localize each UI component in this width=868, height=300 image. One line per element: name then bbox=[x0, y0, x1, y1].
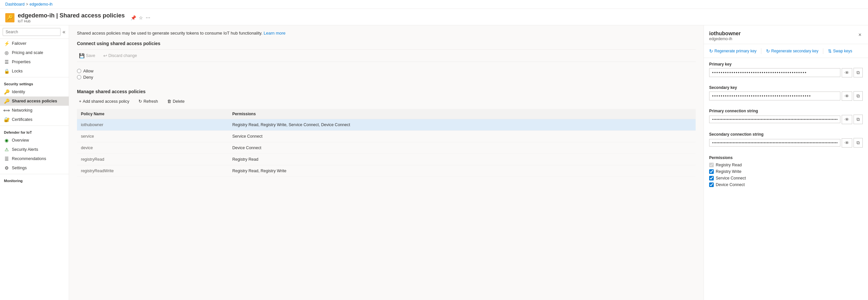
sidebar-label-overview: Overview bbox=[12, 138, 29, 143]
table-row[interactable]: registryRead Registry Read bbox=[77, 154, 696, 165]
policy-permissions-cell: Registry Read bbox=[228, 154, 696, 165]
policy-permissions-cell: Device Connect bbox=[228, 142, 696, 154]
identity-icon: 🔑 bbox=[4, 89, 9, 94]
primary-conn-show-button[interactable]: 👁 bbox=[842, 115, 852, 124]
regen-primary-button[interactable]: ↻ Regenerate primary key bbox=[709, 48, 756, 54]
primary-key-group: Primary key 👁 ⧉ bbox=[704, 58, 868, 81]
right-panel-header: iothubowner edgedemo-ih × bbox=[704, 25, 868, 44]
table-row[interactable]: device Device Connect bbox=[77, 142, 696, 154]
perm-item-service-connect: Service Connect bbox=[709, 176, 863, 181]
primary-key-input[interactable] bbox=[709, 68, 840, 77]
policy-name-cell: registryRead bbox=[77, 154, 228, 165]
secondary-conn-input[interactable] bbox=[709, 139, 840, 146]
discard-button[interactable]: ↩ Discard change bbox=[101, 52, 139, 60]
shared-access-icon: 🔑 bbox=[4, 99, 9, 104]
search-input[interactable] bbox=[3, 28, 61, 36]
sidebar-item-security-alerts[interactable]: ⚠ Security Alerts bbox=[0, 145, 69, 154]
collapse-btn[interactable]: « bbox=[62, 28, 66, 35]
pin-icon[interactable]: 📌 bbox=[131, 15, 136, 21]
policy-name-cell: registryReadWrite bbox=[77, 165, 228, 177]
security-alerts-icon: ⚠ bbox=[4, 147, 9, 152]
sidebar-item-identity[interactable]: 🔑 Identity bbox=[0, 87, 69, 97]
policy-table: Policy Name Permissions iothubowner Regi… bbox=[77, 109, 696, 177]
policy-permissions-cell: Registry Read, Registry Write, Service C… bbox=[228, 119, 696, 131]
policy-name-cell: device bbox=[77, 142, 228, 154]
divider-defender bbox=[0, 126, 69, 126]
secondary-key-group: Secondary key 👁 ⧉ bbox=[704, 81, 868, 105]
delete-button[interactable]: 🗑 Delete bbox=[165, 98, 186, 105]
hub-icon: 🔑 bbox=[5, 13, 14, 22]
sidebar: « ⚡ Failover ◎ Pricing and scale ☰ Prope… bbox=[0, 25, 69, 300]
refresh-icon: ↻ bbox=[138, 99, 142, 104]
refresh-button[interactable]: ↻ Refresh bbox=[136, 98, 160, 105]
sidebar-label-properties: Properties bbox=[12, 60, 31, 64]
perm-checkbox-device-connect[interactable] bbox=[709, 183, 714, 187]
learn-more-link[interactable]: Learn more bbox=[264, 31, 285, 35]
perm-checkbox-registry-read[interactable] bbox=[709, 163, 714, 167]
breadcrumb-hub[interactable]: edgedemo-ih bbox=[30, 2, 53, 7]
sidebar-label-certificates: Certificates bbox=[12, 117, 33, 122]
sidebar-item-recommendations[interactable]: ☰ Recommendations bbox=[0, 154, 69, 163]
breadcrumb-sep: > bbox=[26, 2, 28, 7]
save-button[interactable]: 💾 Save bbox=[77, 52, 97, 60]
deny-radio[interactable] bbox=[77, 75, 81, 79]
sidebar-item-certificates[interactable]: 🔐 Certificates bbox=[0, 115, 69, 124]
breadcrumb-dashboard[interactable]: Dashboard bbox=[5, 2, 25, 7]
primary-key-copy-button[interactable]: ⧉ bbox=[854, 68, 863, 77]
sidebar-item-properties[interactable]: ☰ Properties bbox=[0, 57, 69, 66]
sidebar-label-failover: Failover bbox=[12, 41, 26, 46]
favorite-icon[interactable]: ☆ bbox=[139, 15, 143, 21]
locks-icon: 🔒 bbox=[4, 69, 9, 74]
content-description: Shared access policies may be used to ge… bbox=[77, 31, 696, 35]
perm-item-registry-read: Registry Read bbox=[709, 163, 863, 167]
secondary-conn-copy-button[interactable]: ⧉ bbox=[854, 138, 863, 147]
primary-conn-copy-button[interactable]: ⧉ bbox=[854, 115, 863, 124]
deny-radio-item[interactable]: Deny bbox=[77, 75, 696, 80]
swap-keys-button[interactable]: ⇅ Swap keys bbox=[828, 48, 852, 54]
regen-secondary-button[interactable]: ↻ Regenerate secondary key bbox=[766, 48, 818, 54]
secondary-key-copy-button[interactable]: ⧉ bbox=[854, 91, 863, 101]
page-subtitle: IoT Hub bbox=[18, 19, 125, 23]
sidebar-item-overview[interactable]: ◉ Overview bbox=[0, 136, 69, 145]
close-button[interactable]: × bbox=[857, 31, 863, 39]
secondary-key-show-button[interactable]: 👁 bbox=[842, 91, 852, 101]
permissions-label: Permissions bbox=[709, 156, 863, 160]
primary-key-label: Primary key bbox=[709, 62, 863, 66]
sidebar-item-settings[interactable]: ⚙ Settings bbox=[0, 163, 69, 172]
perm-checkbox-registry-write[interactable] bbox=[709, 169, 714, 174]
sidebar-label-pricing: Pricing and scale bbox=[12, 50, 43, 55]
page-header: 🔑 edgedemo-ih | Shared access policies I… bbox=[0, 9, 868, 25]
allow-radio-item[interactable]: Allow bbox=[77, 69, 696, 74]
table-row[interactable]: service Service Connect bbox=[77, 131, 696, 142]
sidebar-item-networking[interactable]: ⟺ Networking bbox=[0, 106, 69, 115]
page-title: edgedemo-ih | Shared access policies bbox=[18, 12, 125, 19]
sidebar-item-locks[interactable]: 🔒 Locks bbox=[0, 66, 69, 76]
sidebar-item-pricing[interactable]: ◎ Pricing and scale bbox=[0, 48, 69, 57]
delete-icon: 🗑 bbox=[167, 99, 172, 104]
primary-conn-group: Primary connection string 👁 ⧉ bbox=[704, 105, 868, 128]
perm-checkbox-service-connect[interactable] bbox=[709, 176, 714, 181]
table-row[interactable]: registryReadWrite Registry Read, Registr… bbox=[77, 165, 696, 177]
allow-radio[interactable] bbox=[77, 69, 81, 73]
more-icon[interactable]: ⋯ bbox=[146, 15, 150, 21]
secondary-key-input[interactable] bbox=[709, 91, 840, 101]
properties-icon: ☰ bbox=[4, 59, 9, 64]
sidebar-item-failover[interactable]: ⚡ Failover bbox=[0, 39, 69, 48]
primary-key-show-button[interactable]: 👁 bbox=[842, 68, 852, 77]
right-panel-subtitle: edgedemo-ih bbox=[709, 36, 741, 41]
perm-item-registry-write: Registry Write bbox=[709, 169, 863, 174]
connect-toolbar: 💾 Save ↩ Discard change bbox=[77, 49, 696, 62]
sidebar-label-locks: Locks bbox=[12, 69, 23, 74]
right-panel: iothubowner edgedemo-ih × ↻ Regenerate p… bbox=[704, 25, 868, 300]
overview-icon: ◉ bbox=[4, 138, 9, 143]
sidebar-item-shared-access[interactable]: 🔑 Shared access policies bbox=[0, 97, 69, 106]
primary-conn-input[interactable] bbox=[709, 116, 840, 123]
networking-icon: ⟺ bbox=[4, 108, 9, 113]
table-row[interactable]: iothubowner Registry Read, Registry Writ… bbox=[77, 119, 696, 131]
divider-security bbox=[0, 77, 69, 77]
failover-icon: ⚡ bbox=[4, 41, 9, 46]
add-policy-button[interactable]: + Add shared access policy bbox=[77, 98, 131, 105]
secondary-conn-show-button[interactable]: 👁 bbox=[842, 138, 852, 147]
policy-name-cell: service bbox=[77, 131, 228, 142]
pricing-icon: ◎ bbox=[4, 50, 9, 55]
